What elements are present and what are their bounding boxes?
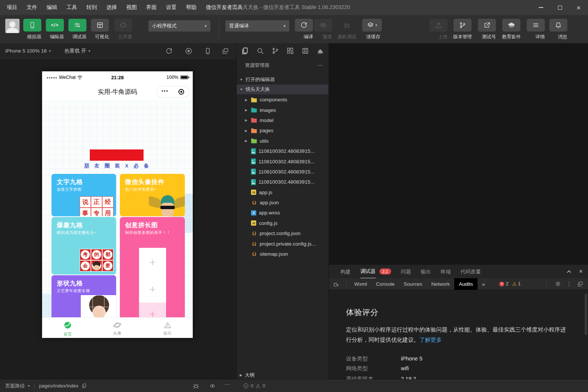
menu-goto[interactable]: 转到 (86, 4, 97, 11)
upload-button[interactable]: 上传 (429, 19, 447, 40)
statusbar-debug-button[interactable] (192, 382, 200, 389)
file-media-3[interactable]: 1108100302.48083915... (237, 167, 328, 177)
devtab-sources[interactable]: Sources (399, 278, 427, 290)
preview-button[interactable]: 预览 (314, 19, 332, 40)
capsule-menu[interactable]: ••• (156, 86, 189, 98)
menu-tools[interactable]: 工具 (67, 4, 77, 11)
collapse-panel-button[interactable] (567, 269, 570, 274)
tab-fun[interactable]: 娱乐 (151, 321, 184, 336)
compile-mode-select[interactable]: 普通编译 ▾ (225, 20, 289, 32)
problems-indicator[interactable]: × 0 ⚠ 0 (243, 383, 265, 389)
folder-model[interactable]: ▶ model (237, 115, 328, 125)
learn-more-link[interactable]: 了解更多 (419, 336, 442, 343)
record-button[interactable] (185, 47, 192, 55)
device-frame-button[interactable] (204, 47, 212, 55)
more-actions-icon[interactable]: ⋯ (317, 62, 323, 69)
tile-text-nine-grid[interactable]: 文字九格 创意文字拼图 说 正 经 事 专 用 (51, 174, 116, 216)
file-media-4[interactable]: 1108100302.48083915... (237, 177, 328, 187)
statusbar-more-icon[interactable]: ⋯ (224, 381, 230, 388)
file-app-json[interactable]: {..} app.json (237, 198, 328, 208)
tab-output[interactable]: 输出 (421, 265, 431, 278)
tile-fun-nine-grid[interactable]: 爆趣九格 瞬间成为朋友圈焦点~ 考 的 都 会 爱 (51, 217, 116, 274)
file-app-js[interactable]: JS app.js (237, 187, 328, 198)
tile-shape-nine-grid[interactable]: 形状九格 文艺青年发图专属 (51, 275, 116, 317)
ad-banner[interactable] (90, 149, 144, 161)
editor-area[interactable]: 构建 调试器 2,1 问题 输出 终端 代码质量 × Wxml (329, 43, 588, 379)
devtab-audits[interactable]: Audits (454, 278, 478, 290)
tab-home[interactable]: 首页 (51, 321, 85, 337)
extensions-icon[interactable] (286, 47, 294, 55)
compile-button[interactable]: 编译 (295, 19, 313, 40)
whale-icon[interactable] (316, 47, 324, 55)
file-media-2[interactable]: 1108100302.48083915... (237, 156, 328, 166)
file-app-wxss[interactable]: 3 app.wxss (237, 208, 328, 218)
copy-path-button[interactable] (82, 383, 87, 389)
folder-images[interactable]: ▶ images (237, 105, 328, 115)
kebab-menu-icon[interactable]: ⋮ (566, 280, 572, 287)
close-panel-button[interactable]: × (579, 268, 583, 275)
tab-problems[interactable]: 问题 (401, 265, 411, 278)
version-control-button[interactable]: 版本管理 (453, 19, 472, 40)
package-icon[interactable] (301, 47, 309, 55)
tab-debugger[interactable]: 调试器 (360, 265, 376, 279)
undock-button[interactable] (577, 281, 583, 287)
details-button[interactable]: 详情 (527, 19, 545, 40)
mode-select[interactable]: 小程序模式 ▾ (148, 20, 210, 32)
devtab-network[interactable]: Network (427, 278, 455, 290)
file-project-config[interactable]: {..} project.config.json (237, 228, 328, 238)
tab-build[interactable]: 构建 (340, 265, 351, 278)
menu-select[interactable]: 选择 (106, 4, 117, 11)
file-sitemap-json[interactable]: {..} sitemap.json (237, 249, 328, 259)
more-tabs-icon[interactable]: » (478, 278, 490, 290)
restart-button[interactable] (165, 47, 173, 55)
tab-avatar[interactable]: 头像 (100, 321, 134, 336)
open-editors-section[interactable]: ▼ 打开的编辑器 (237, 75, 328, 84)
statusbar-preview-button[interactable] (209, 383, 216, 389)
visualize-toggle-button[interactable]: 可视化 (91, 19, 109, 40)
debugger-toggle-button[interactable]: 调试器 (68, 19, 86, 40)
console-errors[interactable]: × 2 (499, 281, 508, 286)
file-media-1[interactable]: 1108100302.48083915... (237, 146, 328, 156)
menu-settings[interactable]: 设置 (166, 4, 177, 11)
edu-suite-button[interactable]: 教育套件 (502, 19, 520, 40)
search-icon[interactable] (256, 47, 264, 55)
tile-avatar-pendant[interactable]: 微信头像挂件 热门挂件免费用~ (120, 174, 185, 216)
device-selector[interactable]: iPhone 5 100% 16 ▾ (5, 48, 51, 54)
devtab-wxml[interactable]: Wxml (350, 278, 372, 290)
minimize-button[interactable] (532, 0, 550, 15)
scrollbar[interactable] (585, 294, 587, 335)
devtab-console[interactable]: Console (372, 278, 399, 290)
editor-toggle-button[interactable]: </> 编辑器 (46, 19, 64, 40)
menu-edit[interactable]: 编辑 (47, 4, 57, 11)
menu-file[interactable]: 文件 (27, 4, 37, 11)
outline-section[interactable]: ▶ 大纲 (237, 371, 328, 379)
menu-view[interactable]: 视图 (126, 4, 137, 11)
menu-project[interactable]: 项目 (7, 4, 17, 11)
cloud-dev-button[interactable]: 云开发 (114, 19, 132, 40)
maximize-button[interactable] (550, 0, 569, 15)
more-dots-icon[interactable]: ••• (162, 91, 169, 93)
tab-code-quality[interactable]: 代码质量 (461, 265, 481, 278)
messages-button[interactable]: 消息 (549, 19, 567, 40)
remote-debug-button[interactable]: 真机调试 (338, 19, 356, 40)
folder-components[interactable]: ▶ components (237, 95, 328, 105)
multi-window-button[interactable] (222, 47, 229, 55)
tile-long-image[interactable]: 创意拼长图 制作创意多图的高手！！ + + + 展示图 (120, 217, 185, 317)
menu-interface[interactable]: 界面 (146, 4, 157, 11)
page-path-label[interactable]: 页面路径 (5, 383, 25, 389)
project-root-section[interactable]: ▼ 情头天天换 (237, 84, 328, 94)
file-config-js[interactable]: JS config.js (237, 218, 328, 228)
tab-terminal[interactable]: 终端 (441, 265, 451, 278)
test-account-button[interactable]: 测试号 (478, 19, 496, 40)
inspect-button[interactable] (329, 280, 343, 287)
devtools-settings-button[interactable] (555, 281, 561, 287)
close-button[interactable]: × (569, 0, 588, 15)
files-icon[interactable] (241, 47, 249, 55)
folder-utils[interactable]: ▶ utils (237, 136, 328, 146)
menu-help[interactable]: 帮助 (186, 4, 197, 11)
source-control-icon[interactable] (271, 47, 279, 55)
simulator-toggle-button[interactable]: 模拟器 (23, 19, 41, 40)
folder-pages[interactable]: ▶ pages (237, 125, 328, 136)
hot-reload-selector[interactable]: 热重载 开 ▾ (64, 48, 90, 54)
console-warnings[interactable]: ⚠ 1 (512, 281, 521, 287)
